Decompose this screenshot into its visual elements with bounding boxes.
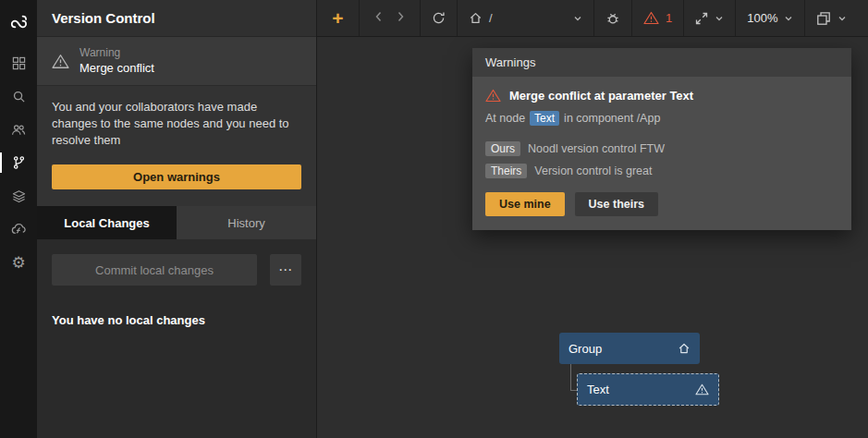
panel-title: Version Control bbox=[37, 0, 316, 37]
ours-badge: Ours bbox=[485, 141, 520, 156]
noodl-logo-icon[interactable] bbox=[0, 7, 37, 37]
warning-title: Merge conflict bbox=[79, 61, 154, 77]
component-path: / bbox=[489, 11, 493, 25]
refresh-icon bbox=[432, 11, 446, 25]
git-branch-icon[interactable] bbox=[0, 146, 37, 179]
back-button[interactable] bbox=[371, 7, 386, 29]
open-warnings-button[interactable]: Open warnings bbox=[52, 164, 301, 189]
warnings-popup: Warnings Merge conflict at parameter Tex… bbox=[472, 48, 851, 230]
users-icon[interactable] bbox=[0, 113, 37, 146]
node-chip[interactable]: Text bbox=[530, 111, 559, 126]
no-local-changes-message: You have no local changes bbox=[52, 313, 301, 327]
text-node[interactable]: Text bbox=[577, 373, 719, 406]
version-control-panel: Version Control Warning Merge conflict Y… bbox=[37, 0, 317, 438]
warning-triangle-icon bbox=[643, 11, 659, 25]
app-window: ⚙ Version Control Warning Merge conflict… bbox=[0, 0, 868, 438]
merge-conflict-banner: Warning Merge conflict bbox=[37, 37, 316, 86]
settings-gear-icon[interactable]: ⚙ bbox=[0, 246, 37, 279]
layers-icon[interactable] bbox=[0, 179, 37, 213]
chevron-down-icon bbox=[784, 14, 793, 23]
warning-triangle-icon bbox=[695, 383, 709, 395]
group-node[interactable]: Group bbox=[559, 333, 700, 364]
use-theirs-button[interactable]: Use theirs bbox=[575, 192, 658, 216]
use-mine-button[interactable]: Use mine bbox=[485, 192, 565, 216]
location-prefix: At node bbox=[485, 112, 525, 125]
warning-label: Warning bbox=[79, 46, 154, 61]
frames-icon bbox=[816, 11, 831, 26]
warnings-popup-body: Merge conflict at parameter Text At node… bbox=[472, 77, 851, 230]
cloud-function-icon[interactable] bbox=[0, 213, 37, 246]
chevron-down-icon bbox=[715, 14, 724, 23]
node-canvas[interactable]: Warnings Merge conflict at parameter Tex… bbox=[317, 37, 868, 438]
ours-row: Ours Noodl version control FTW bbox=[485, 141, 838, 156]
zoom-level: 100% bbox=[747, 11, 777, 25]
add-node-button[interactable]: + bbox=[317, 0, 360, 36]
theirs-badge: Theirs bbox=[485, 164, 527, 178]
refresh-button[interactable] bbox=[421, 0, 458, 36]
search-icon[interactable] bbox=[0, 79, 37, 113]
commit-local-changes-button[interactable]: Commit local changes bbox=[52, 254, 257, 286]
conflict-item-header: Merge conflict at parameter Text bbox=[485, 89, 838, 103]
canvas-toolbar: + / bbox=[317, 0, 868, 37]
warning-triangle-icon bbox=[52, 54, 69, 69]
location-suffix: in component /App bbox=[564, 112, 660, 125]
grid-icon[interactable] bbox=[0, 46, 37, 79]
node-label: Group bbox=[568, 342, 670, 356]
expand-preview-icon bbox=[695, 12, 708, 25]
chevron-down-icon bbox=[573, 14, 582, 23]
conflict-location: At node Text in component /App bbox=[485, 111, 838, 126]
ours-value: Noodl version control FTW bbox=[528, 142, 665, 155]
home-icon bbox=[678, 342, 691, 355]
zoom-dropdown[interactable]: 100% bbox=[736, 0, 805, 36]
debug-bug-button[interactable] bbox=[594, 0, 632, 36]
node-connection-vertical bbox=[570, 364, 571, 391]
activity-sidebar: ⚙ bbox=[0, 0, 37, 438]
conflict-actions: Use mine Use theirs bbox=[485, 192, 838, 216]
history-nav-group bbox=[360, 0, 421, 36]
warning-count-badge: 1 bbox=[666, 11, 672, 25]
frames-dropdown[interactable] bbox=[805, 0, 858, 36]
banner-text: Warning Merge conflict bbox=[79, 46, 154, 76]
gear-glyph: ⚙ bbox=[11, 255, 25, 271]
tab-history[interactable]: History bbox=[177, 206, 316, 239]
node-label: Text bbox=[587, 383, 688, 396]
conflict-description: You and your collaborators have made cha… bbox=[37, 86, 316, 159]
local-changes-pane: Commit local changes ⋯ You have no local… bbox=[37, 239, 316, 438]
tab-local-changes[interactable]: Local Changes bbox=[37, 206, 177, 239]
home-icon bbox=[469, 11, 483, 25]
more-options-button[interactable]: ⋯ bbox=[270, 254, 301, 286]
theirs-value: Version control is great bbox=[534, 164, 652, 177]
conflict-title: Merge conflict at parameter Text bbox=[509, 89, 693, 103]
warning-triangle-icon bbox=[485, 89, 501, 103]
preview-mode-dropdown[interactable] bbox=[684, 0, 736, 36]
bug-icon bbox=[605, 11, 620, 26]
commit-row: Commit local changes ⋯ bbox=[52, 254, 301, 286]
chevron-down-icon bbox=[837, 14, 847, 23]
warnings-popup-title: Warnings bbox=[472, 48, 851, 77]
main-area: + / bbox=[317, 0, 868, 438]
component-path-dropdown[interactable]: / bbox=[458, 0, 594, 36]
warnings-indicator-button[interactable]: 1 bbox=[632, 0, 684, 36]
forward-button[interactable] bbox=[393, 7, 409, 29]
panel-tabs: Local Changes History bbox=[37, 206, 316, 239]
theirs-row: Theirs Version control is great bbox=[485, 164, 838, 178]
